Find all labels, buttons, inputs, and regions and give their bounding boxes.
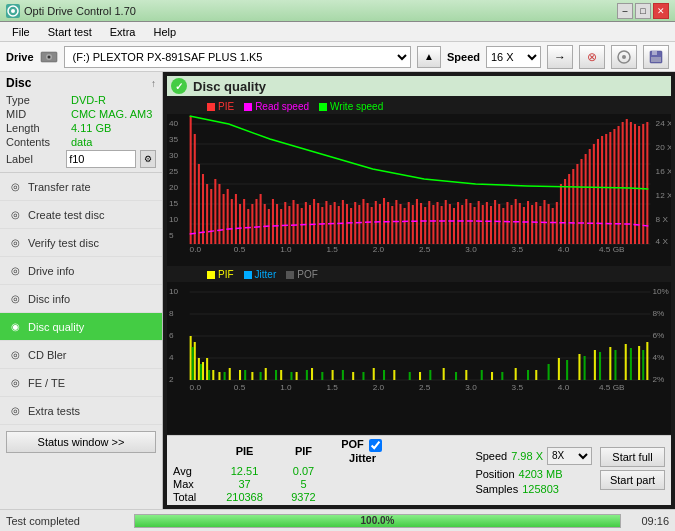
sidebar-item-extra-tests[interactable]: ◎ Extra tests bbox=[0, 397, 162, 425]
erase-button[interactable]: ⊗ bbox=[579, 45, 605, 69]
svg-rect-39 bbox=[223, 194, 225, 244]
svg-text:4.0: 4.0 bbox=[558, 245, 570, 254]
sidebar-item-create-test-disc[interactable]: ◎ Create test disc bbox=[0, 201, 162, 229]
svg-text:3.0: 3.0 bbox=[465, 245, 477, 254]
speed-stat-select[interactable]: 8X4X12X16X bbox=[547, 447, 592, 465]
svg-text:0.5: 0.5 bbox=[234, 383, 246, 392]
start-full-button[interactable]: Start full bbox=[600, 447, 665, 467]
disc-quality-label: Disc quality bbox=[28, 321, 84, 333]
svg-text:2.5: 2.5 bbox=[419, 383, 431, 392]
disc-mid-value: CMC MAG. AM3 bbox=[71, 108, 152, 120]
max-label: Max bbox=[173, 478, 213, 490]
svg-rect-192 bbox=[558, 358, 560, 380]
svg-rect-41 bbox=[231, 199, 233, 244]
svg-rect-207 bbox=[306, 370, 308, 380]
svg-rect-64 bbox=[325, 201, 327, 244]
progress-text: 100.0% bbox=[135, 515, 620, 527]
disc-quality-icon: ◉ bbox=[8, 320, 22, 334]
svg-rect-190 bbox=[515, 368, 517, 380]
svg-text:2%: 2% bbox=[652, 375, 664, 384]
status-window-button[interactable]: Status window >> bbox=[6, 431, 156, 453]
svg-rect-35 bbox=[206, 184, 208, 244]
sidebar-item-disc-info[interactable]: ◎ Disc info bbox=[0, 285, 162, 313]
svg-rect-89 bbox=[428, 201, 430, 244]
speed-position-stats: Speed 7.98 X 8X4X12X16X Position 4203 MB… bbox=[475, 447, 592, 495]
samples-value: 125803 bbox=[522, 483, 559, 495]
speed-select[interactable]: 16 X Max2X4X8X12X bbox=[486, 46, 541, 68]
pie-legend: PIE bbox=[207, 101, 234, 112]
write-button[interactable] bbox=[611, 45, 637, 69]
svg-rect-122 bbox=[564, 179, 566, 244]
svg-rect-172 bbox=[206, 358, 208, 380]
svg-text:0.0: 0.0 bbox=[190, 245, 202, 254]
sidebar-item-cd-bler[interactable]: ◎ CD Bler bbox=[0, 341, 162, 369]
svg-text:40: 40 bbox=[169, 119, 179, 128]
read-speed-legend-label: Read speed bbox=[255, 101, 309, 112]
sidebar-item-transfer-rate[interactable]: ◎ Transfer rate bbox=[0, 173, 162, 201]
svg-rect-45 bbox=[247, 209, 249, 244]
pie-legend-label: PIE bbox=[218, 101, 234, 112]
speed-stat-label: Speed bbox=[475, 450, 507, 462]
svg-text:0.5: 0.5 bbox=[234, 245, 246, 254]
save-button[interactable] bbox=[643, 45, 669, 69]
menu-extra[interactable]: Extra bbox=[102, 24, 144, 40]
speed-label: Speed bbox=[447, 51, 480, 63]
start-part-button[interactable]: Start part bbox=[600, 470, 665, 490]
svg-rect-223 bbox=[630, 348, 632, 380]
position-value: 4203 MB bbox=[519, 468, 563, 480]
label-input[interactable] bbox=[66, 150, 136, 168]
svg-rect-94 bbox=[449, 204, 451, 244]
svg-rect-48 bbox=[260, 194, 262, 244]
svg-rect-199 bbox=[192, 347, 194, 380]
svg-rect-109 bbox=[511, 205, 513, 244]
svg-rect-136 bbox=[622, 122, 624, 244]
svg-rect-127 bbox=[585, 154, 587, 244]
bottom-chart: PIF Jitter POF 10 8 6 4 2 10% bbox=[167, 267, 671, 434]
svg-rect-201 bbox=[208, 370, 210, 380]
svg-rect-37 bbox=[214, 179, 216, 244]
svg-text:6: 6 bbox=[169, 331, 174, 340]
menu-help[interactable]: Help bbox=[145, 24, 184, 40]
disc-collapse-btn[interactable]: ↑ bbox=[151, 78, 156, 89]
svg-rect-111 bbox=[519, 203, 521, 244]
svg-rect-83 bbox=[404, 208, 406, 244]
close-button[interactable]: ✕ bbox=[653, 3, 669, 19]
eject-button[interactable]: ▲ bbox=[417, 46, 441, 68]
sidebar-item-verify-test-disc[interactable]: ◎ Verify test disc bbox=[0, 229, 162, 257]
svg-rect-47 bbox=[255, 199, 257, 244]
svg-rect-123 bbox=[568, 174, 570, 244]
svg-rect-104 bbox=[490, 206, 492, 244]
svg-rect-173 bbox=[212, 370, 214, 380]
stats-labels: PIE PIF POF Jitter Avg 12.51 0.07 Max bbox=[173, 438, 390, 503]
jitter-checkbox[interactable] bbox=[369, 439, 382, 452]
svg-rect-69 bbox=[346, 204, 348, 244]
svg-text:2.0: 2.0 bbox=[373, 383, 385, 392]
label-settings-button[interactable]: ⚙ bbox=[140, 150, 156, 168]
svg-text:3.5: 3.5 bbox=[512, 383, 524, 392]
svg-rect-116 bbox=[539, 206, 541, 244]
svg-rect-9 bbox=[651, 57, 661, 62]
svg-rect-95 bbox=[453, 208, 455, 244]
svg-rect-178 bbox=[265, 368, 267, 380]
minimize-button[interactable]: – bbox=[617, 3, 633, 19]
sidebar-item-disc-quality[interactable]: ◉ Disc quality bbox=[0, 313, 162, 341]
sidebar-item-drive-info[interactable]: ◎ Drive info bbox=[0, 257, 162, 285]
svg-rect-67 bbox=[338, 206, 340, 244]
menu-file[interactable]: File bbox=[4, 24, 38, 40]
drive-label: Drive bbox=[6, 51, 34, 63]
menu-start-test[interactable]: Start test bbox=[40, 24, 100, 40]
disc-quality-title: Disc quality bbox=[193, 79, 266, 94]
svg-rect-180 bbox=[296, 372, 298, 380]
jitter-legend: Jitter bbox=[244, 269, 277, 280]
drive-info-label: Drive info bbox=[28, 265, 74, 277]
go-button[interactable]: → bbox=[547, 45, 573, 69]
svg-rect-191 bbox=[535, 370, 537, 380]
drive-select[interactable]: (F:) PLEXTOR PX-891SAF PLUS 1.K5 bbox=[64, 46, 411, 68]
sidebar-item-fe-te[interactable]: ◎ FE / TE bbox=[0, 369, 162, 397]
total-pif: 9372 bbox=[276, 491, 331, 503]
svg-text:15: 15 bbox=[169, 199, 179, 208]
svg-rect-182 bbox=[332, 370, 334, 380]
maximize-button[interactable]: □ bbox=[635, 3, 651, 19]
title-bar: Opti Drive Control 1.70 – □ ✕ bbox=[0, 0, 675, 22]
jitter-legend-color bbox=[244, 271, 252, 279]
